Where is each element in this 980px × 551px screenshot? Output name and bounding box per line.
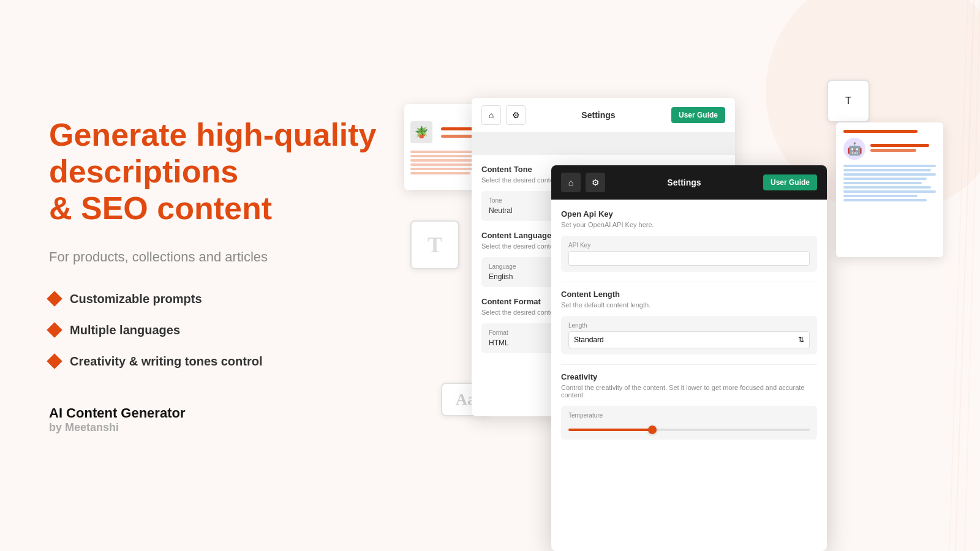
feature-item: Creativity & writing tones control xyxy=(49,354,392,369)
typography-card-left: T xyxy=(410,220,459,269)
blue-line xyxy=(843,182,922,184)
blue-line xyxy=(843,173,936,176)
api-key-label: API Key xyxy=(568,242,810,249)
blue-line xyxy=(843,169,931,171)
blue-line xyxy=(843,190,936,193)
user-guide-button-2[interactable]: User Guide xyxy=(763,174,817,190)
text-line xyxy=(410,163,479,166)
length-label: Length xyxy=(568,322,810,329)
product-card-top-right: 🤖 xyxy=(836,122,943,257)
settings-button[interactable]: ⚙ xyxy=(506,105,526,125)
blue-lines-area xyxy=(843,165,936,201)
tr-avatar: 🤖 xyxy=(843,138,865,160)
settings-button-2[interactable]: ⚙ xyxy=(586,173,605,192)
brand-title: AI Content Generator xyxy=(49,405,392,421)
panel-2-body: Open Api Key Set your OpenAI API Key her… xyxy=(551,200,827,459)
user-guide-button-1[interactable]: User Guide xyxy=(671,107,725,123)
feature-item: Multiple languages xyxy=(49,323,392,337)
text-line xyxy=(410,172,470,174)
temperature-slider[interactable] xyxy=(568,421,810,433)
content-length-desc: Set the default content length. xyxy=(561,301,817,309)
home-button[interactable]: ⌂ xyxy=(481,105,501,125)
brand-section: AI Content Generator by Meetanshi xyxy=(49,405,392,434)
t-icon: T xyxy=(845,96,851,107)
api-key-input[interactable] xyxy=(568,251,810,266)
open-api-desc: Set your OpenAI API Key here. xyxy=(561,221,817,228)
right-panel: T ✕ 🪴 xyxy=(417,92,931,459)
diamond-icon xyxy=(47,353,62,369)
gear-icon-2: ⚙ xyxy=(592,178,600,187)
creativity-desc: Control the creativity of the content. S… xyxy=(561,384,817,399)
panel-2-title: Settings xyxy=(610,178,758,187)
gear-icon: ⚙ xyxy=(512,110,520,120)
slider-thumb[interactable] xyxy=(648,425,657,434)
panel-2-header: ⌂ ⚙ Settings User Guide xyxy=(551,165,827,200)
t-icon: T xyxy=(428,232,442,258)
blue-line xyxy=(843,186,931,189)
slider-track xyxy=(568,429,810,431)
typography-card-top-right: T xyxy=(827,80,870,122)
home-icon-2: ⌂ xyxy=(568,178,573,187)
home-button-2[interactable]: ⌂ xyxy=(561,173,581,192)
length-select[interactable]: Standard ⇅ xyxy=(568,331,810,348)
brand-subtitle: by Meetanshi xyxy=(49,421,392,434)
product-image: 🪴 xyxy=(410,121,432,143)
feature-list: Customizable prompts Multiple languages … xyxy=(49,292,392,369)
panel-1-title: Settings xyxy=(530,110,666,120)
orange-header-bar xyxy=(843,130,918,133)
orange-bar-2 xyxy=(870,149,916,152)
orange-bar xyxy=(870,144,929,147)
open-api-title: Open Api Key xyxy=(561,209,817,219)
left-panel: Generate high-quality descriptions & SEO… xyxy=(49,117,417,433)
creativity-title: Creativity xyxy=(561,372,817,381)
orange-line-md xyxy=(441,135,475,138)
blue-line xyxy=(843,178,927,180)
content-length-title: Content Length xyxy=(561,290,817,299)
tr-image-row: 🤖 xyxy=(843,138,936,160)
length-field-group: Length Standard ⇅ xyxy=(561,316,817,354)
panel-1-header: ⌂ ⚙ Settings User Guide xyxy=(472,98,735,133)
slider-fill xyxy=(568,429,653,431)
blue-line xyxy=(843,199,927,201)
chevron-icon: ⇅ xyxy=(798,335,804,344)
blue-line xyxy=(843,195,918,197)
subtitle: For products, collections and articles xyxy=(49,249,392,265)
temperature-label: Temperature xyxy=(568,412,810,419)
api-key-field-group: API Key xyxy=(561,236,817,272)
feature-item: Customizable prompts xyxy=(49,292,392,306)
main-heading: Generate high-quality descriptions & SEO… xyxy=(49,117,392,227)
divider-2 xyxy=(561,364,817,365)
divider xyxy=(561,282,817,282)
diamond-icon xyxy=(47,291,62,306)
settings-panel-2: ⌂ ⚙ Settings User Guide Open Api Key Set… xyxy=(551,165,827,551)
diamond-icon xyxy=(47,322,62,337)
sub-header-bar xyxy=(472,133,735,155)
blue-line xyxy=(843,165,936,167)
home-icon: ⌂ xyxy=(489,110,494,120)
temperature-field-group: Temperature xyxy=(561,406,817,440)
